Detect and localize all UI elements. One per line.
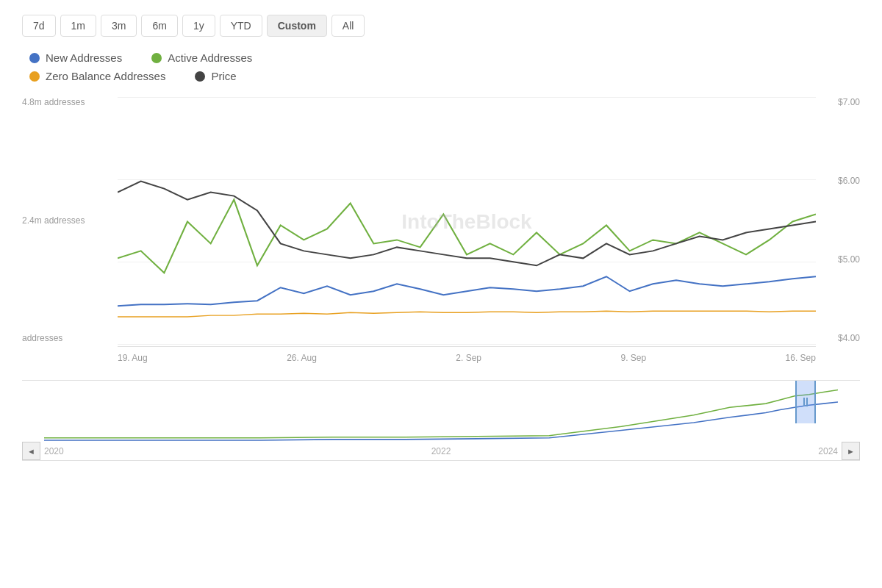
scroll-left-button[interactable]: ◄ (22, 442, 40, 460)
y-axis-left: 4.8m addresses2.4m addressesaddresses (22, 97, 118, 347)
x-axis-label: 19. Aug (118, 353, 148, 363)
handle-bar-1 (803, 398, 805, 406)
y-left-label: 2.4m addresses (22, 215, 118, 226)
legend-label: Zero Balance Addresses (46, 70, 165, 82)
legend-item-active-addresses[interactable]: Active Addresses (151, 51, 252, 64)
mini-chart: 202020222024 ◄ ► (22, 380, 860, 461)
legend-item-zero-balance-addresses[interactable]: Zero Balance Addresses (29, 70, 165, 82)
y-axis-right: $7.00$6.00$5.00$4.00 (816, 97, 860, 347)
x-axis-label: 2. Sep (456, 353, 481, 363)
legend-dot (29, 71, 40, 82)
x-axis-label: 26. Aug (287, 353, 317, 363)
time-range-bar: 7d1m3m6m1yYTDCustomAll (22, 15, 860, 37)
legend-dot (151, 53, 162, 63)
chart-legend: New AddressesActive AddressesZero Balanc… (22, 51, 860, 82)
legend-label: Active Addresses (168, 51, 252, 64)
y-left-label: 4.8m addresses (22, 97, 118, 107)
chart-area: IntoTheBlock (118, 97, 816, 347)
legend-dot (195, 71, 205, 82)
time-btn-1y[interactable]: 1y (182, 15, 215, 37)
scroll-right-button[interactable]: ► (842, 442, 860, 460)
x-axis-label: 16. Sep (786, 353, 816, 363)
handle-bar-2 (806, 398, 808, 406)
y-right-label: $4.00 (838, 333, 860, 343)
time-btn-6m[interactable]: 6m (141, 15, 177, 37)
mini-chart-inner (44, 381, 838, 442)
handle-bars (803, 398, 808, 406)
legend-dot (29, 53, 40, 63)
mini-x-label: 2022 (431, 446, 451, 456)
mini-x-label: 2024 (818, 446, 838, 456)
selection-handle[interactable] (795, 381, 816, 423)
legend-label: Price (211, 70, 236, 82)
y-right-label: $5.00 (838, 254, 860, 265)
x-axis-label: 9. Sep (620, 353, 646, 363)
legend-item-price[interactable]: Price (195, 70, 236, 82)
time-btn-custom[interactable]: Custom (267, 15, 327, 37)
main-container: 7d1m3m6m1yYTDCustomAll New AddressesActi… (0, 0, 882, 588)
mini-x-label: 2020 (44, 446, 64, 456)
y-right-label: $6.00 (838, 176, 860, 186)
legend-label: New Addresses (46, 51, 122, 64)
time-btn-1m[interactable]: 1m (60, 15, 96, 37)
chart-wrapper: 4.8m addresses2.4m addressesaddresses $7… (22, 97, 860, 461)
time-btn-7d[interactable]: 7d (22, 15, 56, 37)
y-left-label: addresses (22, 333, 118, 343)
x-axis: 19. Aug26. Aug2. Sep9. Sep16. Sep (118, 347, 816, 376)
time-btn-ytd[interactable]: YTD (220, 15, 262, 37)
main-chart: 4.8m addresses2.4m addressesaddresses $7… (22, 97, 860, 376)
y-right-label: $7.00 (838, 97, 860, 107)
time-btn-3m[interactable]: 3m (101, 15, 137, 37)
mini-x-axis: 202020222024 (44, 442, 838, 460)
time-btn-all[interactable]: All (331, 15, 365, 37)
legend-item-new-addresses[interactable]: New Addresses (29, 51, 122, 64)
